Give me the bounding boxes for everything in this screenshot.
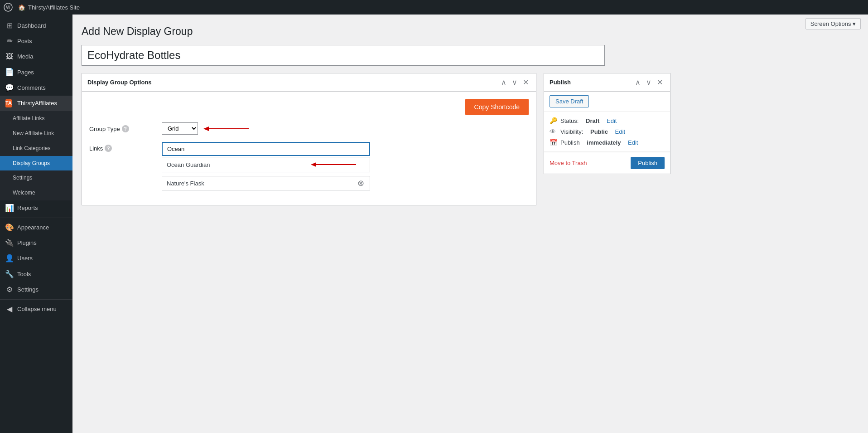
sidebar-divider-2 bbox=[0, 299, 72, 300]
sidebar-item-settings-main[interactable]: ⚙ Settings bbox=[0, 282, 72, 297]
screen-options-button[interactable]: Screen Options ▾ bbox=[805, 18, 861, 29]
group-type-control: Grid List Table bbox=[162, 122, 529, 135]
links-help-icon[interactable]: ? bbox=[105, 145, 112, 152]
group-type-row: Group Type ? Grid List Table bbox=[89, 122, 529, 135]
settings-icon: ⚙ bbox=[5, 286, 14, 294]
visibility-label: Visibility: bbox=[560, 128, 583, 135]
sidebar-label-dashboard: Dashboard bbox=[17, 22, 46, 30]
publish-status-row: 🔑 Status: Draft Edit bbox=[550, 115, 665, 126]
media-icon: 🖼 bbox=[5, 53, 14, 61]
sidebar-item-plugins[interactable]: 🔌 Plugins bbox=[0, 235, 72, 251]
metabox-controls: ∧ ∨ ✕ bbox=[499, 77, 530, 88]
status-edit-link[interactable]: Edit bbox=[607, 117, 617, 124]
sidebar-label-settings-main: Settings bbox=[17, 286, 39, 294]
link-added-text: Nature's Flask bbox=[167, 180, 204, 187]
sidebar-label-pages: Pages bbox=[17, 68, 34, 77]
visibility-edit-link[interactable]: Edit bbox=[615, 128, 625, 135]
sidebar-item-tools[interactable]: 🔧 Tools bbox=[0, 267, 72, 282]
sidebar-divider bbox=[0, 218, 72, 218]
main-column: Display Group Options ∧ ∨ ✕ Copy Shortco… bbox=[82, 73, 536, 213]
publish-time-value: immediately bbox=[587, 139, 621, 146]
users-icon: 👤 bbox=[5, 255, 14, 263]
svg-marker-5 bbox=[311, 162, 316, 167]
display-group-options-metabox: Display Group Options ∧ ∨ ✕ Copy Shortco… bbox=[82, 73, 536, 205]
page-title: Add New Display Group bbox=[82, 25, 859, 38]
ta-badge: TA bbox=[5, 99, 12, 107]
publish-button[interactable]: Publish bbox=[631, 157, 665, 169]
publish-collapse-btn[interactable]: ∧ bbox=[633, 77, 642, 88]
sidebar-item-dashboard[interactable]: ⊞ Dashboard bbox=[0, 18, 72, 34]
sidebar-item-collapse[interactable]: ◀ Collapse menu bbox=[0, 302, 72, 317]
publish-actions-top: Save Draft bbox=[544, 92, 670, 112]
publish-time-row: 📅 Publish immediately Edit bbox=[550, 137, 665, 148]
sidebar-label-collapse: Collapse menu bbox=[17, 305, 57, 313]
dashboard-icon: ⊞ bbox=[5, 22, 14, 30]
sidebar-item-pages[interactable]: 📄 Pages bbox=[0, 65, 72, 80]
metabox-toggle-btn[interactable]: ✕ bbox=[521, 77, 530, 88]
move-to-trash-link[interactable]: Move to Trash bbox=[550, 160, 587, 166]
sidebar-label-link-categories: Link Categories bbox=[13, 145, 50, 152]
save-draft-button[interactable]: Save Draft bbox=[550, 95, 589, 107]
calendar-icon: 📅 bbox=[550, 139, 558, 146]
admin-bar-site[interactable]: 🏠 ThirstyAffiliates Site bbox=[18, 4, 80, 11]
publish-metabox: Publish ∧ ∨ ✕ Save Draft � bbox=[544, 73, 670, 174]
sidebar-item-affiliate-links[interactable]: Affiliate Links bbox=[0, 111, 72, 126]
metabox-expand-btn[interactable]: ∨ bbox=[510, 77, 519, 88]
links-search-input[interactable] bbox=[162, 142, 370, 156]
link-suggestion-item[interactable]: Ocean Guardian bbox=[162, 157, 370, 172]
wordpress-icon: W bbox=[4, 3, 13, 12]
reports-icon: 📊 bbox=[5, 204, 14, 212]
link-suggestion-text: Ocean Guardian bbox=[167, 161, 210, 168]
sidebar-item-appearance[interactable]: 🎨 Appearance bbox=[0, 220, 72, 235]
title-input[interactable] bbox=[82, 45, 605, 66]
pages-icon: 📄 bbox=[5, 68, 14, 77]
group-type-help-icon[interactable]: ? bbox=[122, 125, 129, 132]
sidebar-item-media[interactable]: 🖼 Media bbox=[0, 49, 72, 64]
sidebar-item-comments[interactable]: 💬 Comments bbox=[0, 80, 72, 96]
group-type-select[interactable]: Grid List Table bbox=[162, 122, 198, 135]
publish-title: Publish bbox=[550, 79, 571, 86]
sidebar-item-welcome[interactable]: Welcome bbox=[0, 185, 72, 200]
publish-expand-btn[interactable]: ∨ bbox=[644, 77, 653, 88]
comments-icon: 💬 bbox=[5, 84, 14, 92]
side-column: Publish ∧ ∨ ✕ Save Draft � bbox=[544, 73, 670, 213]
visibility-icon: 👁 bbox=[550, 128, 558, 135]
publish-collapse-btns: ∧ ∨ ✕ bbox=[633, 77, 665, 88]
publish-header: Publish ∧ ∨ ✕ bbox=[544, 73, 670, 92]
sidebar-item-settings-ta[interactable]: Settings bbox=[0, 170, 72, 185]
sidebar-item-thirstyaffiliates[interactable]: TA ThirstyAffiliates bbox=[0, 96, 72, 111]
metabox-body: Copy Shortcode Group Type ? bbox=[82, 92, 536, 205]
sidebar-label-ta: ThirstyAffiliates bbox=[17, 99, 57, 107]
publish-time-edit-link[interactable]: Edit bbox=[628, 139, 638, 146]
red-arrow-annotation bbox=[203, 124, 258, 133]
sidebar-label-users: Users bbox=[17, 254, 33, 263]
publish-toggle-btn[interactable]: ✕ bbox=[655, 77, 665, 88]
sidebar-item-display-groups[interactable]: Display Groups bbox=[0, 156, 72, 171]
copy-shortcode-button[interactable]: Copy Shortcode bbox=[465, 99, 529, 115]
main-content: Screen Options ▾ Add New Display Group D… bbox=[72, 15, 868, 433]
screen-options-bar: Screen Options ▾ bbox=[805, 18, 861, 29]
remove-link-button[interactable]: ⊗ bbox=[357, 179, 365, 187]
site-icon: 🏠 bbox=[18, 4, 25, 11]
sidebar-item-reports[interactable]: 📊 Reports bbox=[0, 200, 72, 216]
links-row: Links ? Ocean Guardian bbox=[89, 142, 529, 190]
links-label-text: Links bbox=[89, 145, 103, 152]
metabox-title: Display Group Options bbox=[87, 79, 499, 86]
link-added-item: Nature's Flask ⊗ bbox=[162, 176, 370, 190]
sidebar-item-posts[interactable]: ✏ Posts bbox=[0, 34, 72, 49]
tools-icon: 🔧 bbox=[5, 270, 14, 278]
metabox-collapse-btn[interactable]: ∧ bbox=[499, 77, 508, 88]
publish-actions-bottom: Move to Trash Publish bbox=[544, 152, 670, 174]
wp-logo-item[interactable]: W bbox=[4, 3, 13, 12]
sidebar-item-link-categories[interactable]: Link Categories bbox=[0, 141, 72, 156]
links-control: Ocean Guardian bbox=[162, 142, 529, 190]
sidebar-item-users[interactable]: 👤 Users bbox=[0, 251, 72, 266]
sidebar-item-new-affiliate-link[interactable]: New Affiliate Link bbox=[0, 126, 72, 141]
visibility-value: Public bbox=[590, 128, 608, 135]
plugins-icon: 🔌 bbox=[5, 239, 14, 247]
publish-body: Save Draft 🔑 Status: Draft Edit bbox=[544, 92, 670, 174]
sidebar-label-appearance: Appearance bbox=[17, 224, 49, 232]
content-area: Display Group Options ∧ ∨ ✕ Copy Shortco… bbox=[82, 73, 670, 213]
sidebar: ⊞ Dashboard ✏ Posts 🖼 Media 📄 Pages 💬 Co… bbox=[0, 15, 72, 433]
sidebar-label-plugins: Plugins bbox=[17, 239, 37, 247]
